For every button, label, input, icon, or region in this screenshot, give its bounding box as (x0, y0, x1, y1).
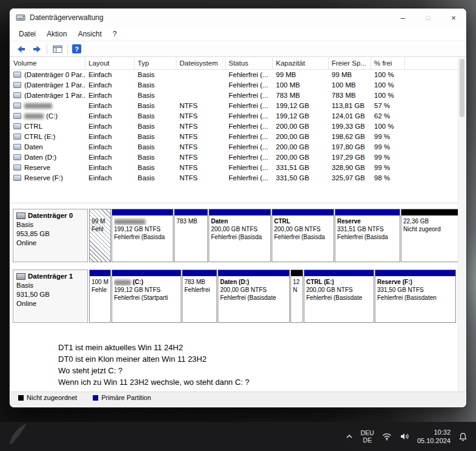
volume-row[interactable]: Daten (D:) Einfach Basis NTFS Fehlerfrei… (10, 152, 458, 163)
cell-dateisystem: NTFS (176, 132, 226, 142)
disk1-partition-1[interactable]: (C:) 199,12 GB NTFS Fehlerfrei (Startpar… (112, 270, 181, 323)
volume-row[interactable]: CTRL (E:) Einfach Basis NTFS Fehlerfrei … (10, 132, 458, 142)
cell-status: Fehlerfrei (... (226, 152, 273, 163)
partition-color-bar (401, 209, 458, 215)
column-prozent-frei[interactable]: % frei (371, 58, 405, 69)
cell-prozent-frei: 99 % (371, 152, 405, 163)
column-typ[interactable]: Typ (135, 58, 176, 69)
cell-typ: Basis (135, 80, 176, 90)
cell-kapazitaet: 99 MB (273, 70, 329, 80)
toolbar: ? (10, 41, 466, 57)
wifi-icon[interactable] (382, 432, 392, 441)
cell-kapazitaet: 100 MB (273, 80, 329, 90)
cell-layout: Einfach (85, 90, 135, 101)
language-indicator[interactable]: DEU DE (361, 429, 374, 444)
help-icon[interactable]: ? (72, 44, 81, 53)
disk-size: 931,50 GB (16, 290, 84, 299)
volume-row[interactable]: (Datenträger 1 Par... Einfach Basis Fehl… (10, 80, 458, 90)
volume-row[interactable]: (Datenträger 0 Par... Einfach Basis Fehl… (10, 70, 458, 80)
column-layout[interactable]: Layout (85, 58, 135, 69)
toolbar-separator (67, 44, 68, 54)
back-arrow-icon[interactable] (15, 43, 27, 55)
disk1-partition-6[interactable]: Reserve (F:) 331,50 GB NTFS Fehlerfrei (… (375, 270, 456, 323)
disk0-partition-0[interactable]: 99 M Fehl (89, 209, 111, 262)
cell-freier-speicher: 100 MB (329, 80, 371, 90)
cell-typ: Basis (135, 163, 176, 173)
volume-row[interactable]: Reserve Einfach Basis NTFS Fehlerfrei (.… (10, 163, 458, 173)
cell-typ: Basis (135, 121, 176, 132)
column-dateisystem[interactable]: Dateisystem (176, 58, 226, 69)
volume-icon (13, 164, 21, 171)
disk0-partition-4[interactable]: CTRL 200,00 GB NTFS Fehlerfrei (Basisda (272, 209, 334, 262)
disk0-partition-5[interactable]: Reserve 331,51 GB NTFS Fehlerfrei (Basis… (335, 209, 400, 262)
volume-icon (13, 103, 21, 109)
forward-arrow-icon[interactable] (31, 43, 42, 55)
redacted-text (24, 103, 52, 109)
menu-hilfe[interactable]: ? (107, 29, 122, 39)
console-tree-icon[interactable] (52, 43, 63, 55)
cell-typ: Basis (135, 111, 176, 121)
menu-datei[interactable]: Datei (13, 29, 41, 39)
disk1-info[interactable]: Datenträger 1 Basis 931,50 GB Online (13, 270, 88, 323)
cell-layout: Einfach (85, 152, 135, 163)
disk1-partition-4-unallocated[interactable]: 12 N (290, 270, 303, 323)
volume-icon (13, 113, 21, 119)
disk0-partition-1[interactable]: 199,12 GB NTFS Fehlerfrei (Basisda (112, 209, 173, 262)
volume-row[interactable]: Reserve (F:) Einfach Basis NTFS Fehlerfr… (10, 173, 458, 183)
cell-status: Fehlerfrei (... (226, 121, 273, 132)
disk1-partition-0[interactable]: 100 M Fehle (89, 270, 111, 323)
vertical-scrollbar[interactable] (458, 58, 466, 392)
graphical-view-pane: Datenträger 0 Basis 953,85 GB Online 99 … (10, 203, 458, 393)
volume-row[interactable]: Einfach Basis NTFS Fehlerfrei (... 199,1… (10, 101, 458, 111)
unallocated-swatch (18, 395, 24, 401)
wallpaper-feather-decoration (7, 422, 28, 449)
cell-status: Fehlerfrei (... (226, 90, 273, 101)
partition-color-bar (90, 209, 110, 215)
tray-expand-chevron-icon[interactable] (346, 434, 353, 439)
maximize-button[interactable]: □ (415, 8, 441, 27)
cell-volume: Daten (10, 142, 85, 152)
column-volume[interactable]: Volume (10, 58, 85, 69)
disk1-partition-5[interactable]: CTRL (E:) 200,00 GB NTFS Fehlerfrei (Bas… (304, 270, 374, 323)
column-status[interactable]: Status (226, 58, 273, 69)
menu-aktion[interactable]: Aktion (41, 29, 72, 39)
disk1-partition-2[interactable]: 783 MB Fehlerfrei (182, 270, 217, 323)
cell-kapazitaet: 199,12 GB (273, 101, 329, 111)
volume-row[interactable]: (C:) Einfach Basis NTFS Fehlerfrei (... … (10, 111, 458, 121)
cell-prozent-frei: 100 % (371, 121, 405, 132)
column-freier-speicher[interactable]: Freier Sp... (329, 58, 371, 69)
cell-kapazitaet: 200,00 GB (273, 121, 329, 132)
disk1-partition-3[interactable]: Daten (D:) 200,00 GB NTFS Fehlerfrei (Ba… (218, 270, 290, 323)
volume-row[interactable]: CTRL Einfach Basis NTFS Fehlerfrei (... … (10, 121, 458, 132)
disk0-partition-6-unallocated[interactable]: 22,36 GB Nicht zugeord (401, 209, 458, 262)
toolbar-separator (47, 44, 47, 54)
legend-primary-partition: Primäre Partition (93, 394, 151, 401)
volume-icon (13, 92, 21, 98)
scrollbar-thumb[interactable] (460, 59, 464, 117)
disk0-partition-2[interactable]: 783 MB (174, 209, 208, 262)
cell-typ: Basis (135, 132, 176, 142)
cell-freier-speicher: 325,97 GB (329, 173, 371, 183)
column-kapazitaet[interactable]: Kapazität (273, 58, 329, 69)
table-header: Volume Layout Typ Dateisystem Status Kap… (10, 58, 458, 70)
disk-icon (16, 273, 25, 280)
volume-row[interactable]: (Datenträger 1 Par... Einfach Basis Fehl… (10, 90, 458, 101)
disk0-info[interactable]: Datenträger 0 Basis 953,85 GB Online (13, 209, 88, 262)
cell-typ: Basis (135, 142, 176, 152)
cell-prozent-frei: 62 % (371, 111, 405, 121)
cell-prozent-frei: 100 % (371, 80, 405, 90)
menu-ansicht[interactable]: Ansicht (72, 29, 107, 39)
cell-freier-speicher: 124,01 GB (329, 111, 371, 121)
disk0-partition-3[interactable]: Daten 200,00 GB NTFS Fehlerfrei (Basisda (209, 209, 271, 262)
cell-status: Fehlerfrei (... (226, 132, 273, 142)
cell-kapazitaet: 200,00 GB (273, 152, 329, 163)
time-text: 10:32 (417, 428, 451, 436)
minimize-button[interactable]: – (390, 8, 415, 27)
volume-row[interactable]: Daten Einfach Basis NTFS Fehlerfrei (...… (10, 142, 458, 152)
titlebar[interactable]: Datenträgerverwaltung – □ × (10, 8, 466, 27)
close-button[interactable]: × (441, 8, 466, 27)
cell-prozent-frei: 100 % (371, 90, 405, 101)
speaker-icon[interactable] (400, 432, 409, 441)
clock[interactable]: 10:32 05.10.2024 (417, 428, 451, 445)
notification-bell-icon[interactable] (458, 432, 468, 441)
